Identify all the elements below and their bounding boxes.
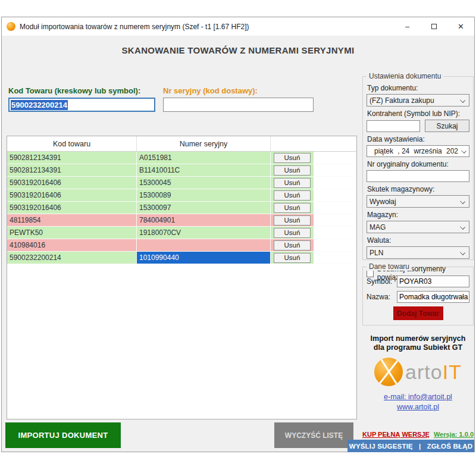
app-icon bbox=[7, 22, 15, 31]
nr-oryginalny-input[interactable] bbox=[367, 170, 469, 182]
table-cell-kod[interactable]: 5903192016406 bbox=[7, 189, 137, 201]
close-button[interactable]: ✕ bbox=[447, 17, 474, 36]
table-row: 5903192016406 15300089 Usuń bbox=[7, 189, 356, 202]
chevron-down-icon bbox=[460, 98, 465, 103]
artoit-logo: arto IT bbox=[362, 355, 474, 389]
delete-row-button[interactable]: Usuń bbox=[274, 240, 311, 250]
version-link[interactable]: Wersja: 1.0.0 bbox=[434, 431, 474, 438]
table-cell-serial[interactable]: 15300089 bbox=[137, 189, 271, 201]
nr-seryjny-label: Nr seryjny (kod dostawy): bbox=[163, 86, 258, 95]
maximize-icon bbox=[431, 24, 437, 29]
nr-seryjny-input[interactable] bbox=[163, 98, 314, 112]
maximize-button[interactable] bbox=[421, 17, 447, 36]
doc-type-label: Typ dokumentu: bbox=[367, 84, 469, 92]
table-cell-serial[interactable]: 15300097 bbox=[137, 202, 271, 214]
date-label: Data wystawienia: bbox=[367, 135, 469, 143]
delete-row-button[interactable]: Usuń bbox=[274, 228, 311, 238]
table-cell-action: Usuń bbox=[271, 202, 314, 214]
table-row: 5900232200214 1010990440 Usuń bbox=[7, 252, 356, 264]
delete-row-button[interactable]: Usuń bbox=[274, 178, 311, 188]
skutek-value: Wywołaj bbox=[369, 198, 396, 206]
table-cell-serial[interactable]: 15300045 bbox=[137, 177, 271, 189]
clear-list-button[interactable]: WYCZYŚĆ LISTĘ bbox=[274, 422, 353, 448]
szukaj-button[interactable]: Szukaj bbox=[425, 120, 469, 132]
add-product-button[interactable]: Dodaj Towar bbox=[393, 306, 443, 320]
delete-row-button[interactable]: Usuń bbox=[274, 253, 311, 263]
delete-row-button[interactable]: Usuń bbox=[274, 203, 311, 213]
table-cell-action: Usuń bbox=[271, 252, 314, 264]
kontrahent-input[interactable] bbox=[367, 120, 420, 132]
product-group: Dane towaru Symbol: Nazwa: Dodaj Towar bbox=[362, 267, 474, 325]
chevron-down-icon bbox=[461, 148, 466, 154]
table-cell-kod[interactable]: 5902812134391 bbox=[7, 152, 137, 164]
table-cell-kod[interactable]: PEWTK50 bbox=[7, 227, 137, 239]
skutek-label: Skutek magazynowy: bbox=[367, 185, 469, 193]
table-cell-kod[interactable]: 48119854 bbox=[7, 214, 137, 226]
www-link[interactable]: www.artoit.pl bbox=[362, 403, 474, 411]
doc-type-value: (FZ) Faktura zakupu bbox=[369, 96, 434, 105]
column-header-kod[interactable]: Kod towaru bbox=[7, 136, 137, 151]
delete-row-button[interactable]: Usuń bbox=[274, 190, 311, 201]
waluta-select[interactable]: PLN bbox=[367, 246, 469, 259]
settings-group-title: Ustawienia dokumentu bbox=[367, 72, 443, 80]
table-cell-serial[interactable]: 19180070CV bbox=[137, 227, 271, 239]
minimize-button[interactable]: – bbox=[394, 17, 421, 36]
nazwa-field[interactable] bbox=[397, 291, 469, 303]
table-cell-serial[interactable]: 1010990440 bbox=[137, 252, 271, 264]
send-suggestion-link[interactable]: WYŚLIJ SUGESTIĘ bbox=[349, 443, 413, 450]
app-window: Moduł importowania towarów z numerem ser… bbox=[1, 17, 475, 452]
table-cell-action: Usuń bbox=[271, 239, 314, 251]
email-link[interactable]: e-mail: info@artoit.pl bbox=[362, 393, 474, 401]
chevron-down-icon bbox=[460, 224, 465, 230]
table-cell-action: Usuń bbox=[271, 152, 314, 164]
page-title: SKANOWANIE TOWARÓW Z NUMERAMI SERYJNYMI bbox=[2, 45, 474, 55]
kod-towaru-selected-text: 5900232200214 bbox=[11, 100, 68, 110]
date-day: , 24 bbox=[397, 147, 409, 155]
column-header-serial[interactable]: Numer seryjny bbox=[137, 136, 271, 151]
table-cell-kod[interactable]: 5900232200214 bbox=[7, 252, 137, 264]
delete-row-button[interactable]: Usuń bbox=[274, 215, 311, 226]
kod-towaru-label: Kod Towaru (kreskowy lub symbol): bbox=[8, 86, 140, 95]
buy-full-version-link[interactable]: KUP PEŁNĄ WERSJĘ bbox=[362, 431, 430, 438]
table-cell-serial[interactable] bbox=[137, 239, 271, 251]
serial-numbers-table: Kod towaru Numer seryjny 5902812134391 A… bbox=[7, 136, 357, 419]
table-cell-serial[interactable]: A0151981 bbox=[137, 152, 271, 164]
date-picker[interactable]: piątek , 24 września 202 bbox=[367, 145, 469, 157]
table-row: 5903192016406 15300097 Usuń bbox=[7, 202, 356, 214]
separator: | bbox=[419, 443, 421, 450]
table-cell-action: Usuń bbox=[271, 227, 314, 239]
logo-text-it: IT bbox=[443, 361, 462, 384]
delete-row-button[interactable]: Usuń bbox=[274, 153, 311, 163]
feedback-bar: WYŚLIJ SUGESTIĘ | ZGŁOŚ BŁĄD bbox=[347, 440, 474, 452]
date-month: września bbox=[414, 147, 441, 155]
waluta-value: PLN bbox=[369, 249, 383, 257]
table-cell-kod[interactable]: 5903192016406 bbox=[7, 202, 137, 214]
table-cell-serial[interactable]: B11410011C bbox=[137, 164, 271, 176]
title-bar: Moduł importowania towarów z numerem ser… bbox=[2, 17, 474, 36]
import-document-button[interactable]: IMPORTUJ DOKUMENT bbox=[5, 422, 121, 448]
table-row: 410984016 Usuń bbox=[7, 239, 356, 252]
delete-row-button[interactable]: Usuń bbox=[274, 165, 311, 176]
doc-type-select[interactable]: (FZ) Faktura zakupu bbox=[367, 94, 469, 107]
skutek-select[interactable]: Wywołaj bbox=[367, 195, 469, 208]
table-cell-kod[interactable]: 410984016 bbox=[7, 239, 137, 251]
chevron-down-icon bbox=[460, 199, 465, 204]
table-header: Kod towaru Numer seryjny bbox=[7, 136, 356, 152]
magazyn-select[interactable]: MAG bbox=[367, 221, 469, 233]
tagline-line2: dla programu Subiekt GT bbox=[362, 343, 474, 352]
table-cell-kod[interactable]: 5902812134391 bbox=[7, 164, 137, 176]
window-title: Moduł importowania towarów z numerem ser… bbox=[20, 23, 249, 31]
table-cell-serial[interactable]: 784004901 bbox=[137, 214, 271, 226]
license-row: KUP PEŁNĄ WERSJĘ Wersja: 1.0.0 bbox=[362, 431, 474, 438]
magazyn-label: Magazyn: bbox=[367, 211, 469, 219]
settings-group: Ustawienia dokumentu Typ dokumentu: (FZ)… bbox=[362, 76, 474, 260]
kontrahent-label: Kontrahent (Symbol lub NIP): bbox=[367, 109, 469, 118]
table-cell-action: Usuń bbox=[271, 214, 314, 226]
kod-towaru-input[interactable]: 5900232200214 bbox=[8, 98, 155, 112]
report-bug-link[interactable]: ZGŁOŚ BŁĄD bbox=[427, 443, 472, 450]
table-row: PEWTK50 19180070CV Usuń bbox=[7, 227, 356, 239]
date-day-name: piątek bbox=[374, 147, 393, 155]
symbol-field[interactable] bbox=[397, 275, 469, 287]
table-cell-kod[interactable]: 5903192016406 bbox=[7, 177, 137, 189]
table-row: 5902812134391 A0151981 Usuń bbox=[7, 152, 356, 164]
